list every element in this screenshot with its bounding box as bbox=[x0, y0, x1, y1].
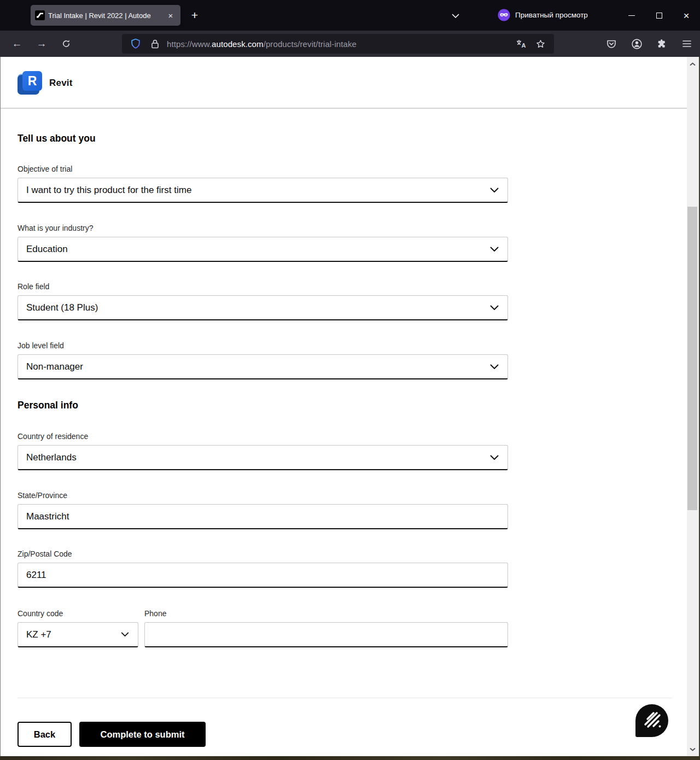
industry-select[interactable]: Education bbox=[18, 237, 508, 262]
country-code-value: KZ +7 bbox=[26, 629, 51, 640]
revit-logo-letter: R bbox=[28, 74, 37, 89]
page-content: R Revit Tell us about you Objective of t… bbox=[0, 57, 700, 756]
field-phone: Phone bbox=[144, 608, 508, 647]
chevron-down-icon bbox=[121, 632, 129, 637]
vertical-scrollbar[interactable] bbox=[687, 57, 700, 756]
footer-divider bbox=[18, 698, 672, 698]
svg-text:A: A bbox=[522, 42, 526, 49]
browser-window: Trial Intake | Revit 2022 | Autode × + П… bbox=[0, 0, 700, 760]
private-browsing-label: Приватный просмотр bbox=[515, 11, 588, 19]
navigation-toolbar: ← → https:/ bbox=[0, 31, 700, 57]
bookmark-star-icon[interactable] bbox=[533, 37, 547, 51]
brand: R Revit bbox=[18, 71, 700, 95]
chevron-down-icon bbox=[490, 455, 499, 460]
url-domain: autodesk.com bbox=[212, 39, 264, 49]
brand-name: Revit bbox=[49, 78, 73, 89]
industry-value: Education bbox=[26, 244, 68, 255]
phone-label: Phone bbox=[144, 608, 508, 619]
complete-to-submit-button[interactable]: Complete to submit bbox=[79, 722, 206, 747]
phone-row: Country code KZ +7 Phone bbox=[18, 608, 672, 647]
job-level-select[interactable]: Non-manager bbox=[18, 354, 508, 379]
url-path: /products/revit/trial-intake bbox=[264, 39, 357, 49]
window-controls: × bbox=[618, 0, 700, 31]
field-job-level: Job level field Non-manager bbox=[18, 340, 672, 379]
minimize-icon bbox=[628, 15, 635, 16]
extensions-puzzle-icon[interactable] bbox=[652, 34, 672, 54]
reload-button[interactable] bbox=[56, 34, 76, 54]
chevron-down-icon bbox=[490, 364, 499, 370]
minimize-button[interactable] bbox=[618, 0, 645, 31]
maximize-button[interactable] bbox=[645, 0, 673, 31]
forward-nav-button[interactable]: → bbox=[32, 34, 51, 54]
country-label: Country of residence bbox=[18, 431, 672, 442]
job-level-value: Non-manager bbox=[26, 361, 83, 372]
translate-icon[interactable]: A bbox=[514, 37, 528, 51]
field-industry: What is your industry? Education bbox=[18, 223, 672, 262]
lock-icon[interactable] bbox=[148, 37, 162, 51]
objective-label: Objective of trial bbox=[18, 163, 672, 174]
country-code-select[interactable]: KZ +7 bbox=[18, 622, 138, 647]
phone-input[interactable] bbox=[144, 622, 508, 647]
zip-input[interactable] bbox=[18, 563, 508, 588]
menu-hamburger-icon[interactable] bbox=[677, 34, 697, 54]
state-input[interactable] bbox=[18, 504, 508, 529]
page-header: R Revit bbox=[1, 57, 700, 109]
objective-value: I want to try this product for the first… bbox=[26, 185, 191, 196]
country-value: Netherlands bbox=[26, 452, 77, 463]
feedback-widget-button[interactable] bbox=[635, 704, 668, 737]
tracking-protection-shield-icon[interactable] bbox=[129, 37, 143, 51]
field-country-code: Country code KZ +7 bbox=[18, 608, 138, 647]
tab-list-chevron-icon[interactable] bbox=[447, 10, 464, 22]
reload-icon bbox=[62, 39, 71, 48]
url-bar[interactable]: https://www.autodesk.com/products/revit/… bbox=[122, 34, 554, 54]
zip-label: Zip/Postal Code bbox=[18, 548, 672, 559]
bottom-edge-strip bbox=[0, 756, 700, 760]
country-code-label: Country code bbox=[18, 608, 138, 619]
url-text[interactable]: https://www.autodesk.com/products/revit/… bbox=[167, 39, 509, 49]
state-label: State/Province bbox=[18, 490, 672, 501]
account-icon[interactable] bbox=[627, 34, 646, 54]
url-protocol: https://www. bbox=[167, 39, 212, 49]
trial-intake-form: Tell us about you Objective of trial I w… bbox=[18, 132, 672, 747]
scrollbar-down-icon[interactable] bbox=[687, 744, 698, 754]
role-select[interactable]: Student (18 Plus) bbox=[18, 295, 508, 320]
form-actions: Back Complete to submit bbox=[18, 722, 672, 747]
field-state: State/Province bbox=[18, 490, 672, 529]
tab-close-icon[interactable]: × bbox=[165, 10, 176, 21]
field-role: Role field Student (18 Plus) bbox=[18, 281, 672, 320]
job-level-label: Job level field bbox=[18, 340, 672, 351]
role-value: Student (18 Plus) bbox=[26, 302, 98, 313]
field-objective: Objective of trial I want to try this pr… bbox=[18, 163, 672, 203]
new-tab-button[interactable]: + bbox=[186, 8, 203, 23]
role-label: Role field bbox=[18, 281, 672, 292]
objective-select[interactable]: I want to try this product for the first… bbox=[18, 178, 508, 203]
revit-logo-icon: R bbox=[18, 71, 43, 95]
close-icon: × bbox=[683, 10, 689, 21]
autodesk-favicon-icon bbox=[35, 10, 45, 20]
section-title-tell-us: Tell us about you bbox=[18, 132, 672, 144]
tab-bar: Trial Intake | Revit 2022 | Autode × + П… bbox=[0, 0, 700, 31]
chevron-down-icon bbox=[490, 305, 499, 311]
toolbar-right-icons bbox=[602, 34, 697, 54]
back-nav-button[interactable]: ← bbox=[7, 34, 27, 54]
feedback-stripes-icon bbox=[635, 704, 668, 737]
field-country: Country of residence Netherlands bbox=[18, 431, 672, 470]
pocket-icon[interactable] bbox=[602, 34, 621, 54]
industry-label: What is your industry? bbox=[18, 223, 672, 233]
section-title-personal-info: Personal info bbox=[18, 399, 672, 411]
maximize-icon bbox=[656, 13, 662, 19]
browser-tab[interactable]: Trial Intake | Revit 2022 | Autode × bbox=[31, 5, 180, 26]
private-mask-icon bbox=[498, 9, 510, 21]
scrollbar-thumb[interactable] bbox=[687, 207, 697, 510]
private-browsing-badge: Приватный просмотр bbox=[498, 9, 588, 21]
tab-title: Trial Intake | Revit 2022 | Autode bbox=[48, 11, 162, 20]
scrollbar-up-icon[interactable] bbox=[687, 59, 698, 69]
country-select[interactable]: Netherlands bbox=[18, 445, 508, 470]
close-button[interactable]: × bbox=[673, 0, 700, 31]
field-zip: Zip/Postal Code bbox=[18, 548, 672, 588]
chevron-down-icon bbox=[490, 188, 499, 193]
chevron-down-icon bbox=[490, 247, 499, 252]
back-button[interactable]: Back bbox=[18, 722, 72, 747]
